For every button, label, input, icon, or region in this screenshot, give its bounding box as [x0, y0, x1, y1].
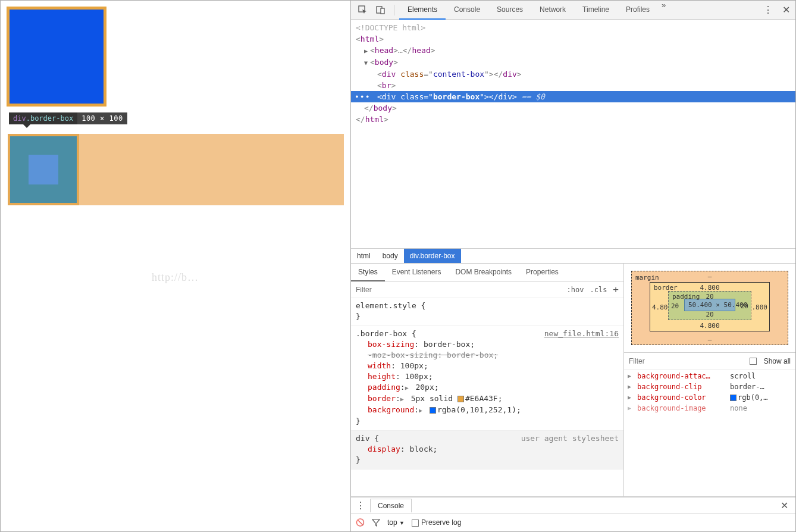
- svg-rect-2: [381, 8, 384, 14]
- console-drawer: ⋮ Console ✕ 🚫 top ▼ Preserve log: [351, 497, 795, 531]
- breadcrumb-html[interactable]: html: [351, 249, 377, 263]
- dom-content-box[interactable]: <div class="content-box"></div>: [351, 68, 795, 80]
- color-swatch-icon[interactable]: [430, 407, 436, 414]
- close-icon[interactable]: ✕: [780, 4, 792, 15]
- dom-br[interactable]: <br>: [351, 80, 795, 91]
- preserve-log-label: Preserve log: [421, 518, 461, 527]
- show-all-checkbox[interactable]: [750, 358, 757, 365]
- subtab-dom-breakpoints[interactable]: DOM Breakpoints: [448, 264, 519, 281]
- dom-body-open[interactable]: ▼<body>: [351, 57, 795, 68]
- cls-toggle[interactable]: .cls: [590, 286, 607, 294]
- tab-timeline[interactable]: Timeline: [574, 1, 618, 20]
- subtab-event-listeners[interactable]: Event Listeners: [385, 264, 449, 281]
- tabs-more-icon[interactable]: »: [658, 1, 669, 20]
- tab-profiles[interactable]: Profiles: [618, 1, 658, 20]
- rule-source-link[interactable]: new_file.html:16: [544, 328, 619, 339]
- computed-list[interactable]: ▶background-attac…scroll ▶background-cli…: [624, 370, 795, 496]
- dom-body-close[interactable]: </body>: [351, 102, 795, 114]
- computed-row: ▶background-colorrgb(0,…: [624, 392, 795, 403]
- context-selector[interactable]: top ▼: [387, 518, 405, 527]
- dom-border-box-selected[interactable]: •••<div class="border-box"></div> == $0: [351, 91, 795, 102]
- dom-html-close[interactable]: </html>: [351, 114, 795, 125]
- rule-element-style[interactable]: element.style { }: [351, 298, 623, 326]
- drawer-menu-icon[interactable]: ⋮: [355, 500, 366, 511]
- style-rules: element.style { } .border-box { new_file…: [351, 298, 623, 496]
- dom-doctype: <!DOCTYPE html>: [351, 22, 795, 33]
- dom-tree[interactable]: <!DOCTYPE html> <html> ▶<head>…</head> ▼…: [351, 20, 795, 248]
- inspected-overlay: [8, 134, 344, 205]
- tab-elements[interactable]: Elements: [399, 1, 446, 20]
- breadcrumb-current[interactable]: div.border-box: [404, 249, 461, 263]
- devtools-panel: Elements Console Sources Network Timelin…: [351, 1, 795, 531]
- box-model-diagram[interactable]: margin – – border 4.800 4.800 4.800 4.80…: [624, 264, 795, 353]
- subtab-properties[interactable]: Properties: [519, 264, 566, 281]
- add-rule-icon[interactable]: +: [613, 284, 619, 295]
- tab-sources[interactable]: Sources: [488, 1, 531, 20]
- rule-div-ua[interactable]: div { user agent stylesheet display: blo…: [351, 431, 623, 470]
- tooltip-tag: div: [13, 114, 26, 123]
- computed-filter-input[interactable]: [629, 357, 745, 365]
- show-all-label: Show all: [764, 357, 791, 365]
- tooltip-dimensions: 100 × 100: [77, 112, 127, 124]
- rule-border-box[interactable]: .border-box { new_file.html:16 box-sizin…: [351, 326, 623, 431]
- computed-row: ▶background-imagenone: [624, 403, 795, 414]
- element-tooltip: div.border-box 100 × 100: [9, 112, 127, 124]
- page-viewport: div.border-box 100 × 100 http://b…: [1, 1, 351, 531]
- devtools-toolbar: Elements Console Sources Network Timelin…: [351, 1, 795, 20]
- kebab-menu-icon[interactable]: ⋮: [762, 4, 774, 15]
- tab-console[interactable]: Console: [446, 1, 488, 20]
- styles-subtabs: Styles Event Listeners DOM Breakpoints P…: [351, 264, 623, 281]
- content-box-element: [7, 7, 106, 107]
- styles-filter-input[interactable]: [356, 286, 561, 294]
- breadcrumb-body[interactable]: body: [377, 249, 404, 263]
- subtab-styles[interactable]: Styles: [351, 264, 385, 281]
- dom-html-open[interactable]: <html>: [351, 33, 795, 45]
- computed-row: ▶background-clipborder-…: [624, 381, 795, 392]
- color-swatch-icon[interactable]: [457, 396, 464, 402]
- inspect-icon[interactable]: [355, 2, 371, 18]
- clear-console-icon[interactable]: 🚫: [356, 518, 365, 527]
- preserve-log-checkbox[interactable]: [412, 520, 419, 527]
- drawer-tab-console[interactable]: Console: [370, 499, 412, 512]
- device-mode-icon[interactable]: [372, 2, 389, 18]
- tooltip-class: .border-box: [26, 114, 73, 123]
- watermark-text: http://b…: [152, 271, 199, 284]
- hov-toggle[interactable]: :hov: [567, 286, 584, 294]
- dom-head[interactable]: ▶<head>…</head>: [351, 45, 795, 57]
- computed-row: ▶background-attac…scroll: [624, 371, 795, 381]
- ua-stylesheet-label: user agent stylesheet: [521, 433, 619, 444]
- breadcrumb: html body div.border-box: [351, 248, 795, 264]
- box-model-content: 50.400 × 50.400: [684, 299, 735, 311]
- tab-network[interactable]: Network: [531, 1, 574, 20]
- filter-icon[interactable]: [372, 518, 380, 527]
- drawer-close-icon[interactable]: ✕: [777, 500, 792, 511]
